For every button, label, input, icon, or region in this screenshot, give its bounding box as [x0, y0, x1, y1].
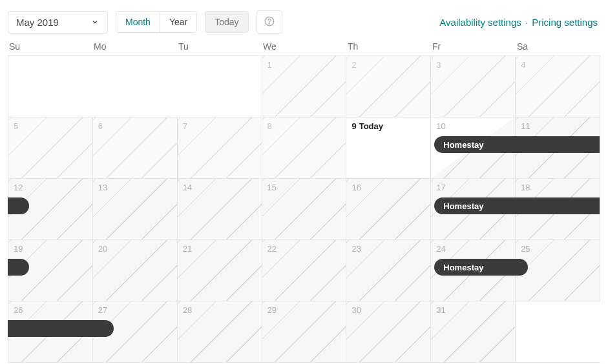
- calendar-empty-cell: [516, 301, 600, 363]
- calendar: 123456789Today10111213141516171819202122…: [8, 56, 600, 363]
- dow-th: Th: [346, 41, 431, 52]
- booking-event[interactable]: Homestay: [434, 136, 600, 153]
- calendar-day[interactable]: 20: [93, 240, 178, 301]
- day-number: 6: [98, 121, 103, 131]
- day-number: 21: [183, 244, 192, 254]
- day-number: 18: [521, 183, 530, 192]
- day-number: 20: [98, 244, 107, 254]
- day-number: 19: [14, 244, 23, 254]
- calendar-day[interactable]: 9Today: [346, 117, 431, 179]
- booking-event[interactable]: [8, 320, 114, 337]
- calendar-day[interactable]: 16: [346, 179, 431, 240]
- calendar-day[interactable]: 15: [262, 179, 347, 240]
- dow-su: Su: [8, 41, 92, 52]
- help-button[interactable]: [257, 10, 282, 34]
- booking-event-label: Homestay: [443, 140, 483, 150]
- day-number: 10: [436, 121, 445, 131]
- day-number: 14: [183, 183, 192, 192]
- day-number: 29: [267, 305, 277, 315]
- booking-event[interactable]: Homestay: [434, 197, 600, 214]
- svg-point-1: [269, 23, 269, 24]
- calendar-day[interactable]: 4: [516, 56, 600, 117]
- calendar-empty-cell: [178, 56, 262, 117]
- calendar-day[interactable]: 2: [346, 56, 431, 117]
- month-select-label: May 2019: [16, 17, 59, 28]
- chevron-down-icon: [90, 17, 100, 26]
- pricing-settings-link[interactable]: Pricing settings: [532, 17, 598, 28]
- calendar-day[interactable]: 28: [178, 301, 262, 363]
- day-number: 4: [521, 60, 525, 70]
- day-number: 1: [267, 60, 272, 70]
- day-number: 16: [351, 183, 361, 192]
- day-number: 3: [436, 60, 441, 70]
- settings-links: Availability settings · Pricing settings: [439, 17, 600, 28]
- day-number: 31: [436, 305, 445, 315]
- calendar-empty-cell: [8, 56, 93, 117]
- view-year-button[interactable]: Year: [160, 12, 196, 32]
- calendar-day[interactable]: 25: [516, 240, 600, 301]
- day-number: 8: [267, 121, 272, 131]
- day-number: 12: [14, 183, 23, 192]
- calendar-day[interactable]: 31: [431, 301, 516, 363]
- view-month-button[interactable]: Month: [116, 12, 160, 32]
- day-number: 30: [351, 305, 361, 315]
- month-select[interactable]: May 2019: [8, 11, 108, 34]
- day-number: 25: [521, 244, 530, 254]
- day-number: 27: [98, 305, 107, 315]
- dow-sa: Sa: [516, 41, 600, 52]
- booking-event-label: Homestay: [443, 201, 483, 211]
- booking-event[interactable]: [8, 259, 29, 276]
- day-number: 9Today: [351, 121, 383, 131]
- day-number: 5: [14, 121, 18, 131]
- calendar-day[interactable]: 7: [178, 117, 262, 179]
- booking-event-label: Homestay: [443, 263, 483, 272]
- dow-tu: Tu: [177, 41, 262, 52]
- booking-event[interactable]: Homestay: [434, 259, 527, 276]
- calendar-day[interactable]: 14: [178, 179, 262, 240]
- day-number: 2: [351, 60, 356, 70]
- today-label: Today: [359, 121, 383, 131]
- calendar-day[interactable]: 21: [178, 240, 262, 301]
- link-separator: ·: [524, 17, 529, 28]
- day-number: 24: [436, 244, 445, 254]
- day-of-week-header: Su Mo Tu We Th Fr Sa: [0, 41, 608, 56]
- day-number: 13: [98, 183, 107, 192]
- question-icon: [264, 15, 275, 29]
- calendar-day[interactable]: 23: [346, 240, 431, 301]
- booking-event[interactable]: [8, 197, 29, 214]
- day-number: 17: [436, 183, 445, 192]
- calendar-day[interactable]: 30: [346, 301, 431, 363]
- calendar-day[interactable]: 8: [262, 117, 347, 179]
- day-number: 15: [267, 183, 277, 192]
- dow-fr: Fr: [431, 41, 516, 52]
- calendar-day[interactable]: 22: [262, 240, 347, 301]
- day-number: 23: [351, 244, 361, 254]
- availability-settings-link[interactable]: Availability settings: [439, 17, 521, 28]
- day-number: 7: [183, 121, 187, 131]
- day-number: 11: [521, 121, 530, 131]
- day-number: 26: [14, 305, 23, 315]
- calendar-day[interactable]: 6: [93, 117, 178, 179]
- calendar-day[interactable]: 5: [8, 117, 93, 179]
- toolbar: May 2019 Month Year Today Availability s…: [0, 0, 608, 41]
- dow-mo: Mo: [92, 41, 177, 52]
- calendar-day[interactable]: 13: [93, 179, 178, 240]
- day-number: 28: [183, 305, 192, 315]
- view-toggle: Month Year: [116, 11, 197, 33]
- dow-we: We: [262, 41, 346, 52]
- calendar-empty-cell: [93, 56, 178, 117]
- calendar-day[interactable]: 29: [262, 301, 347, 363]
- day-number: 22: [267, 244, 277, 254]
- calendar-day[interactable]: 1: [262, 56, 347, 117]
- today-button[interactable]: Today: [205, 11, 248, 33]
- calendar-day[interactable]: 3: [431, 56, 516, 117]
